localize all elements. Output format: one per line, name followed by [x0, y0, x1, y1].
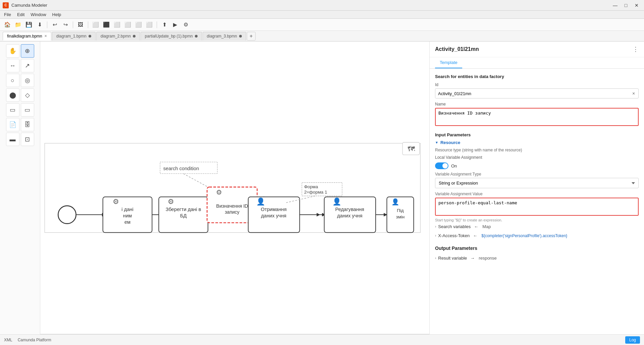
toolbar-sep3: [88, 21, 88, 28]
tab-unsaved-indicator: [239, 35, 242, 38]
result-var-value: response: [479, 256, 496, 261]
app-icon: C: [3, 2, 9, 8]
toolbar-image[interactable]: 🖼: [76, 20, 85, 29]
tool-hand[interactable]: ✋: [6, 44, 19, 58]
id-input-row: ×: [435, 88, 639, 98]
window-controls: — □ ✕: [610, 2, 641, 9]
close-button[interactable]: ✕: [632, 2, 641, 9]
tool-row-3: ○ ◎: [6, 74, 34, 87]
result-var-expand-icon: ›: [435, 256, 436, 260]
menu-window[interactable]: Window: [28, 11, 49, 18]
toolbar-align-right[interactable]: ⬜: [112, 20, 122, 29]
diagram-canvas[interactable]: і дані ним ем ⚙ Зберегти дані в БД ⚙ Виз…: [40, 42, 429, 334]
tab-diagram1[interactable]: diagram_1.bpmn: [52, 32, 96, 41]
menu-help[interactable]: Help: [50, 11, 64, 18]
toolbar-align-left[interactable]: ⬜: [91, 20, 100, 29]
var-assign-type-select[interactable]: String or Expression Expression String: [435, 178, 639, 188]
tab-label: finalkdiagram.bpmn: [7, 34, 42, 39]
tool-data-object[interactable]: 📄: [6, 118, 19, 131]
name-input[interactable]: Визначення ID запису: [435, 108, 639, 126]
svg-text:запису: запису: [225, 209, 239, 215]
tool-subprocess[interactable]: ▭: [6, 103, 19, 117]
resource-label: Resource: [440, 140, 460, 145]
app-title: Camunda Modeler: [11, 3, 47, 8]
svg-point-1: [58, 206, 76, 223]
tool-data-store[interactable]: 🗄: [21, 118, 34, 131]
maximize-button[interactable]: □: [621, 2, 631, 9]
result-var-label: Result variable: [438, 256, 467, 261]
toolbar-save[interactable]: 💾: [24, 20, 34, 29]
tool-annotation[interactable]: ⊡: [21, 133, 34, 146]
minimize-button[interactable]: —: [610, 2, 620, 9]
search-vars-label: Search variables: [438, 224, 471, 229]
svg-text:⚙: ⚙: [113, 198, 119, 206]
log-button[interactable]: Log: [625, 336, 640, 344]
tool-event[interactable]: ○: [6, 74, 19, 87]
tool-gateway[interactable]: ◇: [21, 88, 34, 102]
left-toolbar: ✋ ⊕ ↔ ↗ ○ ◎ ⬤ ◇ ▭ ▭ 📄 🗄 ▬ ⊡: [0, 42, 40, 334]
tool-row-7: ▬ ⊡: [6, 133, 34, 146]
menu-file[interactable]: File: [1, 11, 14, 18]
toolbar-sep2: [73, 21, 73, 28]
toolbar-new[interactable]: 🏠: [3, 20, 12, 29]
toolbar-undo[interactable]: ↩: [50, 20, 59, 29]
tab-unsaved-indicator: [133, 35, 136, 38]
toolbar-align-bottom[interactable]: ⬜: [145, 20, 154, 29]
toolbar-export[interactable]: ⬇: [35, 20, 44, 29]
toolbar-align-middle[interactable]: ⬜: [134, 20, 143, 29]
tool-row-5: ▭ ▭: [6, 103, 34, 117]
var-assign-value-input[interactable]: person-profile-equal-last-name: [435, 198, 639, 216]
main-area: ✋ ⊕ ↔ ↗ ○ ◎ ⬤ ◇ ▭ ▭ 📄 🗄 ▬ ⊡: [0, 42, 644, 334]
toolbar-run[interactable]: ▶: [170, 20, 180, 29]
panel-element-title: Activity_01l21mn: [435, 46, 479, 52]
tab-label: diagram_3.bpmn: [207, 34, 237, 39]
tab-unsaved-indicator: [89, 35, 91, 38]
svg-text:search condition: search condition: [163, 166, 199, 171]
statusbar: XML Camunda Platform Log: [0, 334, 644, 345]
input-params-title: Input Parameters: [435, 132, 639, 137]
svg-text:Визначення ID: Визначення ID: [216, 203, 248, 209]
tab-diagram2[interactable]: diagram_2.bpmn: [96, 32, 140, 41]
result-var-row[interactable]: › Result variable → response: [435, 254, 639, 263]
search-vars-expand-icon: ›: [435, 225, 436, 228]
var-assign-type-label: Variable Assignment Type: [435, 172, 639, 177]
search-vars-arrow-icon: ←: [474, 224, 478, 229]
toolbar-redo[interactable]: ↪: [61, 20, 70, 29]
toolbar-deploy[interactable]: ⬆: [160, 20, 169, 29]
svg-text:Під: Під: [397, 208, 404, 213]
tab-finalkdiagram[interactable]: finalkdiagram.bpmn ✕: [3, 32, 51, 41]
toolbar-settings[interactable]: ⚙: [181, 20, 191, 29]
x-access-row[interactable]: › X-Access-Token ← ${completer('signPers…: [435, 231, 639, 240]
add-tab-button[interactable]: +: [247, 32, 256, 41]
toolbar-align-center[interactable]: ⬛: [102, 20, 111, 29]
resource-type-label: Resource type (string with name of the r…: [435, 148, 639, 152]
search-vars-row[interactable]: › Search variables ← Map: [435, 222, 639, 231]
id-input[interactable]: [435, 89, 629, 98]
status-xml-label[interactable]: XML: [4, 338, 12, 342]
svg-text:БД: БД: [180, 213, 187, 218]
panel-body: Search for entities in data factory Id ×…: [430, 69, 644, 334]
tool-space[interactable]: ↔: [6, 59, 19, 72]
tool-lane[interactable]: ▭: [21, 103, 34, 117]
menubar: File Edit Window Help: [0, 11, 644, 19]
tool-row-1: ✋ ⊕: [6, 44, 34, 58]
resource-header[interactable]: ▼ Resource: [435, 140, 639, 145]
tool-event-thick[interactable]: ◎: [21, 74, 34, 87]
tab-diagram3[interactable]: diagram_3.bpmn: [203, 32, 246, 41]
toolbar-sep1: [47, 21, 47, 28]
tool-group[interactable]: ▬: [6, 133, 19, 146]
tab-close-icon[interactable]: ✕: [44, 34, 47, 38]
id-clear-button[interactable]: ×: [629, 89, 638, 98]
toolbar-align-top[interactable]: ⬜: [123, 20, 132, 29]
tab-partialupdate[interactable]: partialUpdate_bp (1).bpmn: [141, 32, 202, 41]
tool-lasso[interactable]: ⊕: [21, 44, 34, 58]
svg-text:змін: змін: [396, 214, 405, 219]
tab-template[interactable]: Template: [435, 57, 462, 68]
tool-task[interactable]: ⬤: [6, 88, 19, 102]
toolbar-open[interactable]: 📁: [13, 20, 23, 29]
tool-connect[interactable]: ↗: [21, 59, 34, 72]
toggle-row: On: [435, 162, 639, 169]
panel-menu-button[interactable]: ⋮: [633, 46, 639, 53]
menu-edit[interactable]: Edit: [14, 11, 27, 18]
local-var-toggle[interactable]: [435, 162, 448, 169]
